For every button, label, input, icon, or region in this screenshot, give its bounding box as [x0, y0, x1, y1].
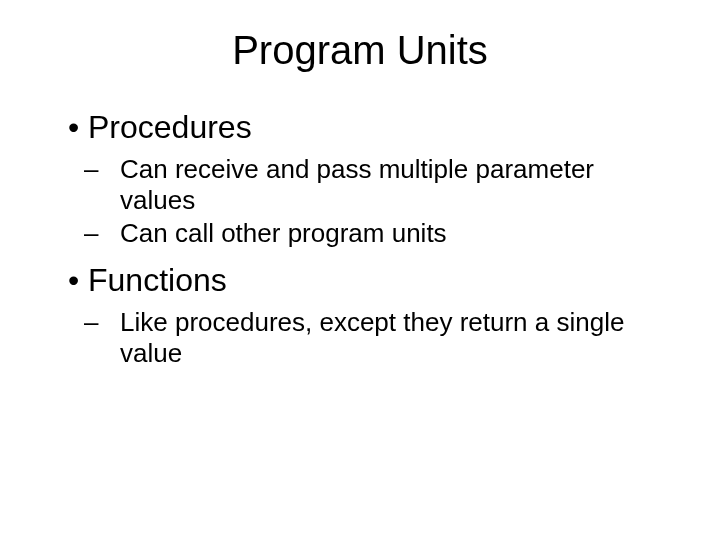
slide: Program Units •Procedures –Can receive a… — [0, 0, 720, 540]
bullet-functions: •Functions — [68, 262, 660, 299]
bullet-dot-icon: • — [68, 109, 88, 146]
subbullet-text: Can call other program units — [120, 218, 447, 248]
dash-icon: – — [102, 154, 120, 185]
bullet-heading: Functions — [88, 262, 227, 298]
subbullet: –Can receive and pass multiple parameter… — [102, 154, 660, 216]
bullet-procedures: •Procedures — [68, 109, 660, 146]
subbullet: –Can call other program units — [102, 218, 660, 249]
subbullet-text: Like procedures, except they return a si… — [120, 307, 624, 368]
subbullet-text: Can receive and pass multiple parameter … — [120, 154, 594, 215]
slide-title: Program Units — [60, 28, 660, 73]
subbullet: –Like procedures, except they return a s… — [102, 307, 660, 369]
bullet-dot-icon: • — [68, 262, 88, 299]
dash-icon: – — [102, 218, 120, 249]
dash-icon: – — [102, 307, 120, 338]
bullet-heading: Procedures — [88, 109, 252, 145]
